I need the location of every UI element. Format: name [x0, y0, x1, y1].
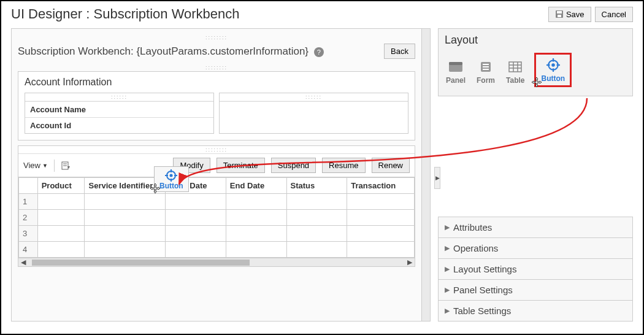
terminate-button[interactable]: Terminate	[217, 158, 265, 173]
drag-ghost-button[interactable]: Button	[154, 166, 189, 192]
save-icon	[555, 10, 564, 18]
drag-handle[interactable]: ::::::::	[18, 146, 415, 154]
field-account-id[interactable]: Account Id	[25, 117, 213, 133]
accordion-attributes[interactable]: ▶Attributes	[438, 217, 633, 238]
col-transaction[interactable]: Transaction	[347, 178, 415, 194]
cancel-button[interactable]: Cancel	[595, 7, 633, 22]
table-row[interactable]: 4	[19, 242, 415, 258]
svg-rect-18	[509, 62, 521, 72]
scroll-left-icon[interactable]: ◀	[18, 258, 28, 266]
filter-icon	[61, 161, 71, 171]
help-icon[interactable]: ?	[314, 47, 324, 57]
accordion-operations[interactable]: ▶Operations	[438, 238, 633, 259]
workbench-title: Subscription Workbench: {LayoutParams.cu…	[18, 45, 324, 58]
collapse-sidepanel[interactable]: ▶	[434, 167, 440, 189]
chevron-right-icon: ▶	[445, 244, 450, 252]
drag-handle[interactable]: ::::::	[220, 93, 408, 101]
table-panel[interactable]: :::::::: View ▼ Modify Terminate	[18, 145, 415, 267]
design-canvas[interactable]: :::::::: Subscription Workbench: {Layout…	[11, 28, 431, 322]
accordion-panel-settings[interactable]: ▶Panel Settings	[438, 280, 633, 301]
accordion-table-settings[interactable]: ▶Table Settings	[438, 301, 633, 322]
layout-panel: Layout Panel Form	[438, 28, 633, 96]
table-row[interactable]: 1	[19, 194, 415, 210]
form-column[interactable]: :::::: Account Name Account Id	[25, 93, 214, 134]
svg-point-7	[170, 174, 173, 177]
scroll-thumb[interactable]	[32, 260, 250, 266]
drag-handle[interactable]: ::::::::	[18, 64, 415, 71]
table-icon	[507, 60, 523, 74]
filter-button[interactable]	[61, 161, 71, 171]
svg-point-24	[551, 63, 555, 67]
form-column[interactable]: ::::::	[219, 93, 408, 134]
col-status[interactable]: Status	[286, 178, 347, 194]
svg-rect-17	[483, 69, 489, 70]
vertical-scrollbar[interactable]	[421, 29, 430, 321]
move-cursor-icon	[150, 183, 161, 194]
palette-panel[interactable]: Panel	[445, 58, 467, 87]
svg-rect-1	[557, 11, 562, 13]
renew-button[interactable]: Renew	[372, 158, 410, 173]
horizontal-scrollbar[interactable]: ◀ ▶	[18, 258, 415, 266]
panel-icon	[448, 60, 464, 74]
palette-button[interactable]: Button	[534, 53, 572, 87]
page-title: UI Designer : Subscription Workbench	[11, 6, 240, 22]
move-cursor-icon	[531, 77, 542, 88]
svg-rect-13	[449, 62, 462, 65]
chevron-right-icon: ▶	[445, 223, 450, 231]
table-toolbar: View ▼ Modify Terminate Suspend Resume R…	[18, 154, 415, 177]
col-end-date[interactable]: End Date	[226, 178, 286, 194]
svg-rect-2	[558, 15, 561, 17]
palette-table[interactable]: Table	[505, 58, 526, 87]
section-title: Account Information	[25, 77, 408, 88]
layout-panel-title: Layout	[445, 34, 626, 47]
svg-rect-16	[483, 66, 489, 67]
drag-handle[interactable]: ::::::	[25, 93, 213, 101]
chevron-right-icon: ▶	[445, 286, 450, 294]
target-icon	[545, 58, 561, 72]
resume-button[interactable]: Resume	[322, 158, 365, 173]
properties-accordion: ▶Attributes ▶Operations ▶Layout Settings…	[438, 217, 633, 322]
suspend-button[interactable]: Suspend	[271, 158, 316, 173]
back-button[interactable]: Back	[384, 44, 415, 59]
accordion-layout-settings[interactable]: ▶Layout Settings	[438, 259, 633, 280]
scroll-right-icon[interactable]: ▶	[405, 258, 415, 266]
table-row[interactable]: 3	[19, 226, 415, 242]
col-product[interactable]: Product	[37, 178, 85, 194]
svg-rect-15	[483, 64, 489, 65]
target-icon	[165, 169, 177, 182]
drag-handle[interactable]: ::::::::	[18, 34, 415, 41]
col-rownum	[19, 178, 38, 194]
separator	[54, 160, 55, 172]
view-menu[interactable]: View ▼	[23, 161, 48, 170]
empty-field[interactable]	[220, 101, 408, 117]
chevron-down-icon: ▼	[42, 163, 48, 169]
account-info-section[interactable]: Account Information :::::: Account Name …	[18, 71, 415, 141]
chevron-right-icon: ▶	[445, 265, 450, 273]
form-icon	[478, 60, 494, 74]
chevron-right-icon: ▶	[445, 307, 450, 315]
save-button[interactable]: Save	[548, 7, 591, 22]
table-row[interactable]: 2	[19, 210, 415, 226]
palette-form[interactable]: Form	[475, 58, 496, 87]
data-table[interactable]: Product Service Identifier Start Date En…	[18, 177, 415, 258]
field-account-name[interactable]: Account Name	[25, 101, 213, 117]
